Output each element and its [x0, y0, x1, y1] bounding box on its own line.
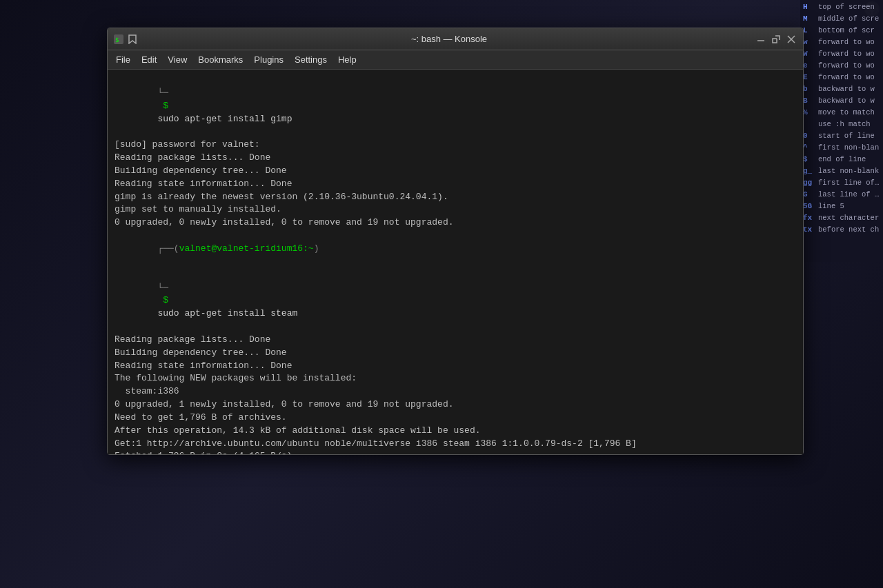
vim-key-M: M: [803, 13, 815, 25]
vim-desc-use-h: use :h match: [818, 119, 871, 130]
menu-plugins[interactable]: Plugins: [248, 53, 289, 66]
vim-row-B: B backward to w: [803, 95, 880, 107]
vim-desc-g_: last non-blank: [818, 165, 879, 177]
terminal-line-10: Reading package lists... Done: [115, 334, 796, 347]
vim-desc-M: middle of scre: [818, 13, 879, 25]
vim-cheatsheet-panel: H top of screen M middle of scre L botto…: [800, 0, 883, 262]
menu-help[interactable]: Help: [333, 53, 362, 66]
prompt-bracket-1: └─: [157, 88, 168, 98]
vim-desc-tx: before next ch: [818, 224, 879, 236]
desktop: H top of screen M middle of scre L botto…: [0, 0, 883, 588]
vim-desc-b: backward to w: [818, 83, 875, 95]
vim-row-w: w forward to wo: [803, 37, 880, 48]
vim-row-pct: % move to match: [803, 107, 880, 119]
vim-key-pct: %: [803, 107, 815, 119]
vim-row-dollar: $ end of line: [803, 154, 880, 165]
vim-desc-0: start of line: [818, 130, 875, 142]
vim-desc-fx: next character: [818, 212, 879, 224]
vim-key-E: E: [803, 72, 815, 83]
vim-desc-dollar: end of line: [818, 154, 866, 165]
vim-key-caret: ^: [803, 142, 815, 154]
vim-row-0: 0 start of line: [803, 130, 880, 142]
svg-marker-8: [129, 35, 136, 43]
vim-key-fx: fx: [803, 212, 815, 224]
menu-bar: File Edit View Bookmarks Plugins Setting…: [108, 50, 803, 70]
vim-desc-L: bottom of scr: [818, 25, 875, 37]
vim-desc-E: forward to wo: [818, 72, 875, 83]
vim-row-M: M middle of scre: [803, 13, 880, 25]
vim-key-0: 0: [803, 130, 815, 142]
terminal-line-17: After this operation, 14.3 kB of additio…: [115, 425, 796, 438]
close-button[interactable]: [785, 33, 797, 45]
vim-key-W: W: [803, 48, 815, 60]
vim-desc-w: forward to wo: [818, 37, 875, 48]
vim-key-g_: g_: [803, 165, 815, 177]
cmd-gimp: sudo apt-get install gimp: [157, 114, 292, 124]
vim-desc-G: last line of do: [818, 189, 880, 201]
vim-key-H: H: [803, 1, 815, 13]
vim-desc-e: forward to wo: [818, 60, 875, 72]
terminal-content[interactable]: └─ $ sudo apt-get install gimp [sudo] pa…: [108, 70, 803, 454]
minimize-button[interactable]: [755, 33, 767, 45]
title-bar[interactable]: $ ~: bash — Konsole: [108, 28, 803, 50]
vim-desc-W: forward to wo: [818, 48, 875, 60]
vim-desc-gg: first line of d: [818, 177, 880, 189]
vim-row-L: L bottom of scr: [803, 25, 880, 37]
vim-key-5G: 5G: [803, 201, 815, 212]
vim-key-e: e: [803, 60, 815, 72]
vim-row-5G: 5G line 5: [803, 201, 880, 212]
vim-key-use-h: [803, 119, 815, 130]
terminal-line-1: └─ $ sudo apt-get install gimp: [115, 74, 796, 139]
vim-key-tx: tx: [803, 224, 815, 236]
konsole-title: ~: bash — Konsole: [143, 34, 755, 44]
menu-view[interactable]: View: [162, 53, 192, 66]
window-controls: [755, 33, 797, 45]
vim-row-W: W forward to wo: [803, 48, 880, 60]
vim-row-fx: fx next character: [803, 212, 880, 224]
terminal-line-8: 0 upgraded, 0 newly installed, 0 to remo…: [115, 216, 796, 230]
vim-desc-H: top of screen: [818, 1, 875, 13]
vim-key-w: w: [803, 37, 815, 48]
svg-text:$: $: [115, 37, 119, 43]
terminal-icon[interactable]: $: [113, 34, 124, 45]
vim-row-g_: g_ last non-blank: [803, 165, 880, 177]
vim-row-E: E forward to wo: [803, 72, 880, 83]
terminal-line-4: Building dependency tree... Done: [115, 165, 796, 178]
terminal-line-16: Need to get 1,796 B of archives.: [115, 412, 796, 425]
vim-row-caret: ^ first non-blan: [803, 142, 880, 154]
vim-desc-pct: move to match: [818, 107, 875, 119]
terminal-line-18: Get:1 http://archive.ubuntu.com/ubuntu n…: [115, 438, 796, 451]
menu-edit[interactable]: Edit: [136, 53, 162, 66]
vim-row-G: G last line of do: [803, 189, 880, 201]
vim-key-gg: gg: [803, 177, 815, 189]
maximize-button[interactable]: [770, 33, 782, 45]
menu-settings[interactable]: Settings: [289, 53, 333, 66]
terminal-line-9: └─ $ sudo apt-get install steam: [115, 269, 796, 334]
vim-key-b: b: [803, 83, 815, 95]
vim-row-gg: gg first line of d: [803, 177, 880, 189]
menu-file[interactable]: File: [110, 53, 136, 66]
terminal-line-11: Building dependency tree... Done: [115, 347, 796, 360]
vim-row-e: e forward to wo: [803, 60, 880, 72]
terminal-line-15: 0 upgraded, 1 newly installed, 0 to remo…: [115, 398, 796, 412]
vim-key-L: L: [803, 25, 815, 37]
terminal-line-3: Reading package lists... Done: [115, 152, 796, 165]
terminal-line-12: Reading state information... Done: [115, 360, 796, 373]
terminal-line-7: gimp set to manually installed.: [115, 203, 796, 216]
terminal-line-5: Reading state information... Done: [115, 178, 796, 191]
vim-key-dollar: $: [803, 154, 815, 165]
vim-row-b: b backward to w: [803, 83, 880, 95]
vim-key-G: G: [803, 189, 815, 201]
terminal-line-2: [sudo] password for valnet:: [115, 139, 796, 152]
vim-desc-caret: first non-blan: [818, 142, 879, 154]
terminal-line-19: Fetched 1,796 B in 0s (4,165 B/s): [115, 450, 796, 454]
terminal-line-6: gimp is already the newest version (2.10…: [115, 191, 796, 204]
terminal-line-user1: ┌──(valnet@valnet-iridium16:~): [115, 230, 796, 269]
terminal-line-13: The following NEW packages will be insta…: [115, 372, 796, 385]
terminal-line-14: steam:i386: [115, 385, 796, 398]
vim-desc-5G: line 5: [818, 201, 844, 212]
vim-key-B: B: [803, 95, 815, 107]
menu-bookmarks[interactable]: Bookmarks: [192, 53, 248, 66]
title-bar-icons: $: [113, 34, 138, 45]
bookmark-icon[interactable]: [127, 34, 138, 45]
